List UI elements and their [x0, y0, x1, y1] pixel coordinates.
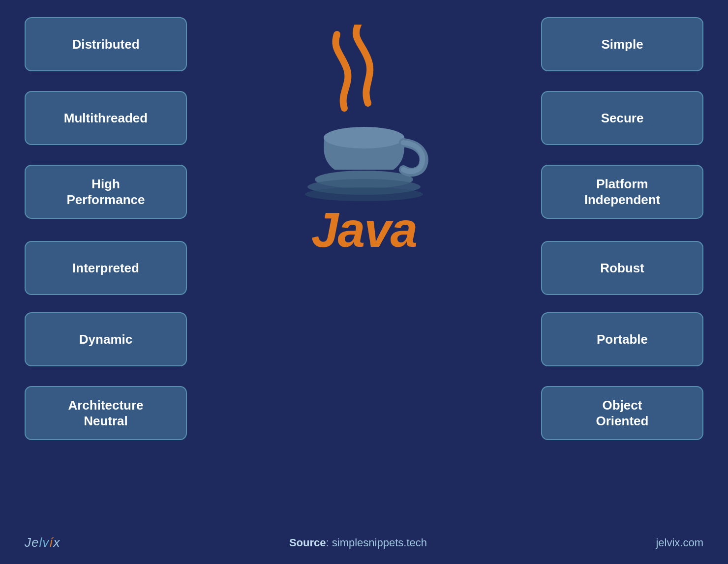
card-robust: Robust — [541, 241, 703, 295]
card-interpreted: Interpreted — [25, 241, 187, 295]
footer: Jelvíx Source: simplesnippets.tech jelvi… — [0, 535, 728, 550]
card-simple: Simple — [541, 17, 703, 71]
java-cup-icon — [295, 25, 433, 211]
java-title-text: Java — [311, 202, 417, 258]
card-architecture-neutral: Architecture Neutral — [25, 386, 187, 440]
card-dynamic: Dynamic — [25, 312, 187, 366]
site-url: jelvix.com — [656, 536, 703, 549]
brand-logo: Jelvíx — [25, 535, 60, 550]
card-secure: Secure — [541, 91, 703, 145]
svg-point-3 — [305, 187, 423, 201]
card-distributed: Distributed — [25, 17, 187, 71]
source-attribution: Source: simplesnippets.tech — [289, 536, 427, 549]
card-portable: Portable — [541, 312, 703, 366]
svg-point-0 — [324, 127, 404, 148]
java-logo-container: Java — [295, 25, 433, 258]
card-platform-independent: Platform Independent — [541, 165, 703, 219]
card-high-performance: High Performance — [25, 165, 187, 219]
card-object-oriented: Object Oriented — [541, 386, 703, 440]
card-multithreaded: Multithreaded — [25, 91, 187, 145]
